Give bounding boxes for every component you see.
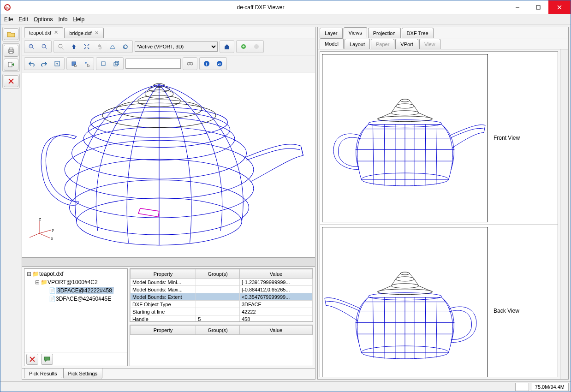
- svg-text:x: x: [51, 236, 54, 241]
- svg-point-81: [396, 103, 414, 108]
- tree-node-vport[interactable]: VPORT@1000#4C2: [48, 279, 98, 285]
- view-selector[interactable]: *Active (VPORT, 3D): [135, 42, 218, 52]
- menu-bar: File Edit Options Info Help: [0, 14, 571, 25]
- main-viewport[interactable]: z y x: [22, 72, 315, 258]
- home-view-button[interactable]: [221, 42, 233, 52]
- stats-button[interactable]: [214, 59, 226, 69]
- pick-vertex-button[interactable]: [81, 59, 93, 69]
- clear-results-button[interactable]: [26, 354, 38, 365]
- th-groups[interactable]: Group(s): [196, 326, 240, 335]
- properties-table-2[interactable]: Property Group(s) Value: [130, 325, 313, 366]
- svg-point-22: [254, 44, 259, 49]
- content-area: teapot.dxf ✕ bridge.dxf ✕ + −: [0, 25, 571, 381]
- close-icon[interactable]: ✕: [95, 30, 99, 36]
- view-item-front[interactable]: Front View: [320, 52, 558, 225]
- views-list[interactable]: Front View: [320, 51, 558, 377]
- doc-tab-bridge[interactable]: bridge.dxf ✕: [64, 28, 103, 38]
- vertical-scrollbar[interactable]: [560, 49, 568, 379]
- svg-line-59: [39, 230, 51, 233]
- zoom-reset-button[interactable]: [55, 42, 67, 52]
- table-row[interactable]: Model Bounds: Extent<0.3547679999999...: [131, 293, 313, 301]
- close-button[interactable]: [548, 0, 571, 14]
- tree-node-face1[interactable]: 3DFACE@42222#458: [56, 287, 113, 294]
- status-cell-empty: [515, 383, 529, 391]
- svg-rect-38: [218, 64, 219, 65]
- tab-view: View: [419, 39, 440, 49]
- search-input[interactable]: [125, 59, 181, 69]
- table-row[interactable]: Handle5458: [131, 315, 313, 322]
- delete-button[interactable]: [4, 75, 18, 87]
- pan-button[interactable]: [94, 42, 106, 52]
- refresh-button[interactable]: [119, 42, 131, 52]
- tab-dxf-tree[interactable]: DXF Tree: [402, 28, 434, 38]
- svg-line-19: [62, 48, 64, 49]
- axis-gizmo: z y x: [28, 217, 55, 244]
- svg-text:dxf: dxf: [5, 6, 9, 9]
- svg-line-90: [373, 297, 374, 357]
- tab-pick-settings[interactable]: Pick Settings: [63, 368, 103, 379]
- menu-options[interactable]: Options: [34, 16, 53, 23]
- menu-help[interactable]: Help: [73, 16, 84, 23]
- th-property[interactable]: Property: [131, 269, 196, 279]
- table-row[interactable]: Model Bounds: Maxi...[-0.884412,0.65265.…: [131, 286, 313, 293]
- wireframe-3d-button[interactable]: [110, 59, 122, 69]
- tab-pick-results[interactable]: Pick Results: [24, 368, 62, 379]
- zoom-in-button[interactable]: +: [25, 42, 37, 52]
- svg-point-18: [59, 44, 62, 48]
- th-value[interactable]: Value: [239, 269, 312, 279]
- doc-tab-teapot[interactable]: teapot.dxf ✕: [24, 27, 63, 38]
- table-row[interactable]: Starting at line42222: [131, 308, 313, 315]
- app-icon: dxf: [0, 4, 14, 11]
- main-panel: teapot.dxf ✕ bridge.dxf ✕ + −: [22, 27, 315, 380]
- table-row[interactable]: DXF Object Type3DFACE: [131, 301, 313, 308]
- orbit-button[interactable]: [68, 42, 80, 52]
- export-button[interactable]: [4, 59, 18, 71]
- goggles-button[interactable]: [184, 59, 196, 69]
- horizontal-scrollbar[interactable]: [22, 258, 315, 266]
- tab-layout[interactable]: Layout: [345, 39, 370, 49]
- th-property[interactable]: Property: [131, 326, 196, 335]
- svg-point-79: [377, 116, 432, 121]
- tab-views[interactable]: Views: [344, 27, 367, 38]
- th-value[interactable]: Value: [239, 326, 312, 335]
- svg-line-54: [74, 137, 77, 139]
- th-groups[interactable]: Group(s): [196, 269, 240, 279]
- pick-face-button[interactable]: [68, 59, 80, 69]
- wireframe-2d-button[interactable]: [97, 59, 109, 69]
- open-file-button[interactable]: [4, 28, 18, 40]
- perspective-button[interactable]: [107, 42, 119, 52]
- table-row[interactable]: Model Bounds: Mini...[-1.2391799999999..…: [131, 279, 313, 286]
- chat-button[interactable]: [41, 354, 53, 365]
- svg-text:z: z: [39, 217, 41, 221]
- view-item-back[interactable]: Back View: [320, 225, 558, 377]
- tab-vport[interactable]: VPort: [395, 39, 418, 49]
- fit-selection-button[interactable]: [51, 59, 63, 69]
- tree-node-root[interactable]: teapot.dxf: [39, 271, 64, 277]
- menu-file[interactable]: File: [4, 16, 13, 23]
- result-tree[interactable]: ⊟📁teapot.dxf ⊟📁VPORT@1000#4C2 📄3DFACE@42…: [24, 269, 127, 352]
- menu-edit[interactable]: Edit: [18, 16, 28, 23]
- undo-button[interactable]: [25, 59, 37, 69]
- print-button[interactable]: [4, 45, 18, 57]
- side-panel: Layer Views Projection DXF Tree Model La…: [317, 27, 569, 380]
- tab-model[interactable]: Model: [320, 38, 344, 49]
- fit-screen-button[interactable]: [81, 42, 93, 52]
- svg-rect-3: [536, 6, 540, 9]
- status-bar: 75.0M/94.4M: [0, 381, 571, 392]
- zoom-out-button[interactable]: −: [38, 42, 50, 52]
- tree-node-face2[interactable]: 3DFACE@42450#45E: [56, 296, 111, 302]
- left-toolbar: [2, 27, 20, 380]
- redo-button[interactable]: [38, 59, 50, 69]
- maximize-button[interactable]: [528, 0, 548, 14]
- properties-pane: Property Group(s) Value Model Bounds: Mi…: [130, 268, 313, 366]
- properties-table-1[interactable]: Property Group(s) Value Model Bounds: Mi…: [130, 268, 313, 322]
- view-label: Front View: [490, 135, 520, 141]
- add-view-button[interactable]: +: [238, 42, 250, 52]
- menu-info[interactable]: Info: [58, 16, 67, 23]
- close-icon[interactable]: ✕: [54, 30, 58, 36]
- minimize-button[interactable]: [507, 0, 528, 14]
- tab-layer[interactable]: Layer: [320, 28, 343, 38]
- tab-label: teapot.dxf: [29, 30, 51, 36]
- info-button[interactable]: i: [201, 59, 213, 69]
- tab-projection[interactable]: Projection: [368, 28, 401, 38]
